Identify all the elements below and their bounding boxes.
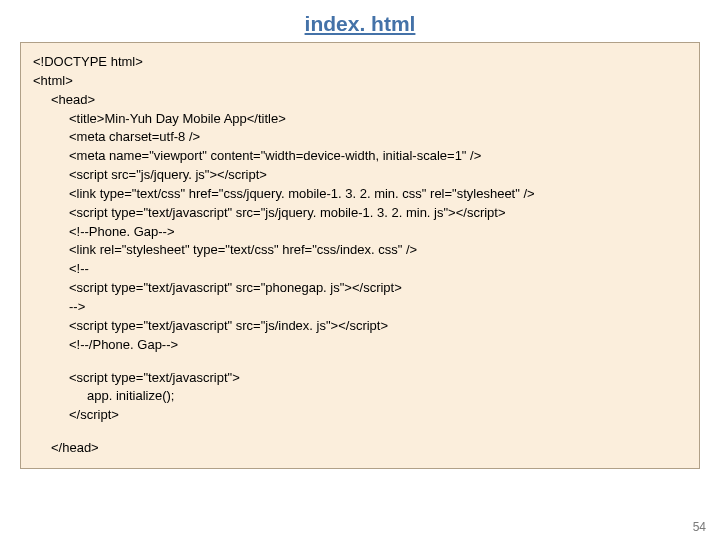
code-line: <script type="text/javascript"> [33,369,687,388]
slide-title: index. html [20,12,700,36]
code-line: <!--/Phone. Gap--> [33,336,687,355]
code-line: <!--Phone. Gap--> [33,223,687,242]
code-line: <script type="text/javascript" src="phon… [33,279,687,298]
blank-line [33,425,687,439]
page-number: 54 [693,520,706,534]
code-line: <meta name="viewport" content="width=dev… [33,147,687,166]
code-line: <script src="js/jquery. js"></script> [33,166,687,185]
code-line: <link type="text/css" href="css/jquery. … [33,185,687,204]
code-line: <html> [33,72,687,91]
code-line: <head> [33,91,687,110]
code-line: </script> [33,406,687,425]
code-line: <!DOCTYPE html> [33,53,687,72]
code-box: <!DOCTYPE html> <html> <head> <title>Min… [20,42,700,469]
code-line: <meta charset=utf-8 /> [33,128,687,147]
code-line: <!-- [33,260,687,279]
code-line: --> [33,298,687,317]
code-line: <script type="text/javascript" src="js/i… [33,317,687,336]
blank-line [33,355,687,369]
code-line: <script type="text/javascript" src="js/j… [33,204,687,223]
code-line: <title>Min-Yuh Day Mobile App</title> [33,110,687,129]
code-line: app. initialize(); [33,387,687,406]
code-line: <link rel="stylesheet" type="text/css" h… [33,241,687,260]
code-line: </head> [33,439,687,458]
